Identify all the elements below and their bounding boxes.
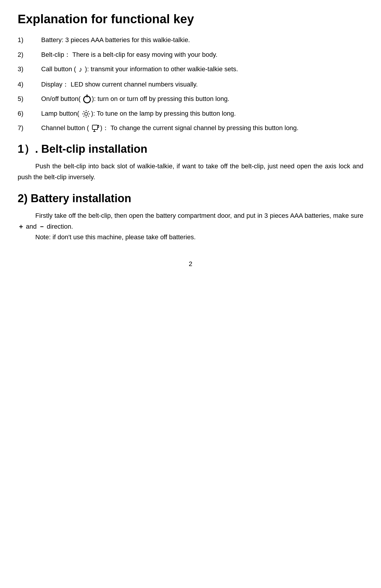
list-item: 4) Display： LED show current channel num… [18,79,363,89]
lamp-text-after: ): To tune on the lamp by pressing this … [91,110,236,117]
channel-text-before: Channel button ( [41,124,91,132]
list-item: 6) Lamp button( ): To tune on the lamp b… [18,108,363,119]
list-content: Channel button ( )： To change the curren… [41,123,363,133]
section1-heading: 1）. Belt-clip installation [18,142,363,156]
list-content: On/off button( ): turn on or turn off by… [41,94,363,104]
list-content: Belt-clip： There is a belt-clip for easy… [41,49,363,60]
power-icon [83,96,91,103]
list-content: Battery: 3 pieces AAA batteries for this… [41,35,363,45]
svg-line-8 [83,116,84,117]
onoff-text-after: ): turn on or turn off by pressing this … [92,95,229,102]
section2-body-line1: Firstly take off the belt-clip, then ope… [18,210,363,232]
call-button-text-before: Call button ( [41,65,78,73]
minus-symbol: － [39,223,45,230]
list-content: Lamp button( ): To tune on the lamp by p… [41,108,363,119]
lamp-icon [82,110,90,118]
section1-body: Push the belt-clip into back slot of wal… [18,161,363,182]
list-item: 7) Channel button ( )： To change the cur… [18,123,363,133]
page-number: 2 [18,260,363,268]
music-note-icon: ♪ [79,64,82,75]
list-number: 6) [18,108,41,119]
channel-text-after: )： To change the current signal channel … [100,124,299,132]
page-title: Explanation for functional key [18,12,363,26]
svg-point-0 [85,112,88,115]
onoff-text-before: On/off button( [41,95,82,102]
svg-line-5 [83,111,84,112]
section2-body-line2: Note: if don't use this machine, please … [18,232,363,242]
svg-line-7 [88,111,89,112]
svg-line-6 [88,116,89,117]
battery-section: 2) Battery installation Firstly take off… [18,191,363,242]
list-content: Display： LED show current channel number… [41,79,363,89]
list-item: 2) Belt-clip： There is a belt-clip for e… [18,49,363,60]
list-number: 1) [18,35,41,45]
list-item: 3) Call button ( ♪ ): transmit your info… [18,64,363,75]
list-number: 4) [18,79,41,89]
plus-symbol: ＋ [18,223,24,230]
svg-rect-9 [92,125,98,129]
list-number: 7) [18,123,41,133]
list-item: 1) Battery: 3 pieces AAA batteries for t… [18,35,363,45]
list-number: 3) [18,64,41,75]
list-number: 2) [18,49,41,60]
functional-key-list: 1) Battery: 3 pieces AAA batteries for t… [18,35,363,133]
channel-icon [92,124,99,132]
call-button-text-after: ): transmit your information to other wa… [83,65,238,73]
list-number: 5) [18,94,41,104]
section2-body: Firstly take off the belt-clip, then ope… [18,210,363,242]
lamp-text-before: Lamp button( [41,110,81,117]
list-item: 5) On/off button( ): turn on or turn off… [18,94,363,104]
section2-heading: 2) Battery installation [18,191,363,206]
section1-body-text: Push the belt-clip into back slot of wal… [18,161,363,182]
list-content: Call button ( ♪ ): transmit your informa… [41,64,363,75]
belt-clip-section: 1）. Belt-clip installation Push the belt… [18,142,363,182]
